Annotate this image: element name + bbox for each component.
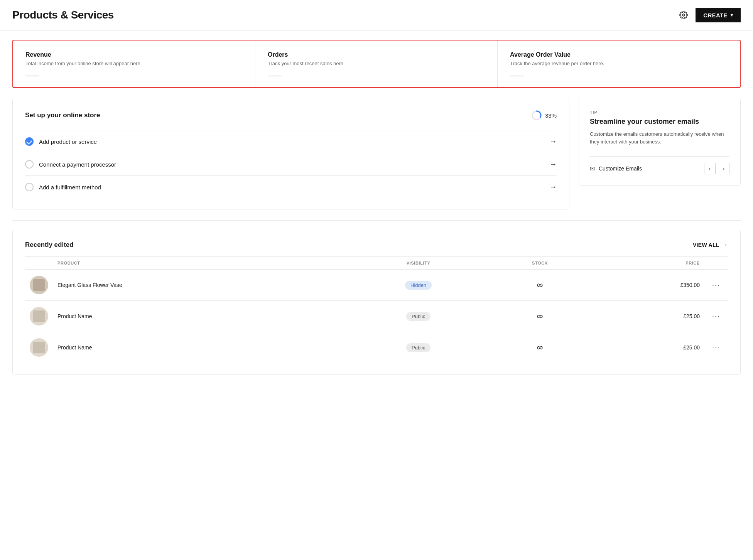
orders-card: Orders Track your most recent sales here…: [255, 40, 498, 87]
main-content: Revenue Total income from your online st…: [0, 30, 753, 384]
product-name-cell: Elegant Glass Flower Vase: [53, 270, 347, 301]
product-stock-cell: ∞: [490, 301, 590, 332]
progress-circle-icon: [531, 110, 542, 121]
page-title: Products & Services: [12, 9, 114, 21]
table-row: Product NamePublic∞£25.00···: [25, 332, 728, 363]
table-row: Elegant Glass Flower VaseHidden∞£350.00·…: [25, 270, 728, 301]
tip-description: Customize the emails customers automatic…: [590, 130, 729, 145]
setup-item-fulfillment[interactable]: Add a fulfillment method →: [25, 175, 557, 198]
aov-title: Average Order Value: [510, 51, 728, 58]
recently-header: Recently edited VIEW ALL →: [25, 241, 728, 249]
revenue-card: Revenue Total income from your online st…: [13, 40, 255, 87]
product-visibility-cell: Hidden: [347, 270, 490, 301]
svg-point-0: [683, 14, 685, 16]
product-visibility-cell: Public: [347, 332, 490, 363]
visibility-badge: Public: [406, 312, 431, 321]
col-thumb: [25, 257, 53, 270]
revenue-desc: Total income from your online store will…: [25, 61, 243, 66]
setup-item-left-fulfillment: Add a fulfillment method: [25, 183, 101, 191]
visibility-badge: Public: [406, 343, 431, 352]
page-header: Products & Services CREATE ▾: [0, 0, 753, 30]
tip-next-button[interactable]: ›: [718, 163, 729, 174]
product-thumbnail: [30, 276, 48, 294]
progress-indicator: 33%: [531, 110, 557, 121]
setup-item-left-payment: Connect a payment processor: [25, 160, 116, 169]
product-actions-cell: ···: [704, 332, 728, 363]
settings-button[interactable]: [676, 8, 691, 22]
revenue-title: Revenue: [25, 51, 243, 58]
setup-card: Set up your online store 33% Add product…: [12, 99, 569, 209]
setup-item-label-fulfillment: Add a fulfillment method: [39, 184, 101, 191]
view-all-arrow-icon: →: [722, 241, 728, 248]
gear-icon: [679, 11, 688, 19]
arrow-right-icon: →: [550, 138, 557, 146]
product-actions-cell: ···: [704, 301, 728, 332]
setup-tip-row: Set up your online store 33% Add product…: [12, 99, 741, 209]
recently-edited-section: Recently edited VIEW ALL → PRODUCT VISIB…: [12, 230, 741, 374]
product-visibility-cell: Public: [347, 301, 490, 332]
aov-line: [510, 76, 524, 76]
setup-title: Set up your online store: [25, 111, 100, 119]
product-price-cell: £25.00: [590, 332, 704, 363]
product-stock-cell: ∞: [490, 270, 590, 301]
customize-emails-link[interactable]: Customize Emails: [599, 165, 642, 172]
orders-title: Orders: [268, 51, 485, 58]
tip-action: ✉ Customize Emails ‹ ›: [590, 156, 729, 174]
product-name-cell: Product Name: [53, 332, 347, 363]
setup-item-add-product[interactable]: Add product or service →: [25, 130, 557, 153]
orders-line: [268, 76, 282, 76]
tip-card: TIP Streamline your customer emails Cust…: [579, 99, 741, 186]
table-row: Product NamePublic∞£25.00···: [25, 301, 728, 332]
col-visibility-header: VISIBILITY: [347, 257, 490, 270]
create-label: CREATE: [703, 12, 727, 19]
progress-percent: 33%: [545, 112, 557, 119]
more-options-button[interactable]: ···: [709, 311, 723, 322]
recently-title: Recently edited: [25, 241, 74, 249]
revenue-line: [25, 76, 39, 76]
check-empty-icon-2: [25, 183, 34, 191]
tip-prev-button[interactable]: ‹: [704, 163, 716, 174]
tip-title: Streamline your customer emails: [590, 118, 729, 126]
tip-action-left: ✉ Customize Emails: [590, 165, 642, 172]
product-thumbnail-cell: [25, 301, 53, 332]
arrow-right-icon-2: →: [550, 160, 557, 169]
product-actions-cell: ···: [704, 270, 728, 301]
setup-item-label-payment: Connect a payment processor: [39, 161, 116, 168]
setup-item-left-add-product: Add product or service: [25, 137, 97, 146]
tip-label: TIP: [590, 110, 729, 115]
product-price-cell: £25.00: [590, 301, 704, 332]
more-options-button[interactable]: ···: [709, 280, 723, 291]
setup-item-payment[interactable]: Connect a payment processor →: [25, 153, 557, 175]
aov-desc: Track the average revenue per order here…: [510, 61, 728, 66]
arrow-right-icon-3: →: [550, 183, 557, 191]
product-price-cell: £350.00: [590, 270, 704, 301]
aov-card: Average Order Value Track the average re…: [498, 40, 740, 87]
setup-header: Set up your online store 33%: [25, 110, 557, 121]
check-empty-icon: [25, 160, 34, 169]
view-all-button[interactable]: VIEW ALL →: [693, 241, 728, 248]
product-thumbnail-cell: [25, 332, 53, 363]
stats-row: Revenue Total income from your online st…: [12, 40, 741, 88]
products-table: PRODUCT VISIBILITY STOCK PRICE: [25, 256, 728, 363]
orders-desc: Track your most recent sales here.: [268, 61, 485, 66]
product-name-cell: Product Name: [53, 301, 347, 332]
product-thumbnail: [30, 307, 48, 326]
col-product-header: PRODUCT: [53, 257, 347, 270]
create-button[interactable]: CREATE ▾: [696, 8, 741, 22]
table-header-row: PRODUCT VISIBILITY STOCK PRICE: [25, 257, 728, 270]
col-price-header: PRICE: [590, 257, 704, 270]
more-options-button[interactable]: ···: [709, 342, 723, 353]
header-actions: CREATE ▾: [676, 8, 741, 22]
check-done-icon: [25, 137, 34, 146]
section-divider: [12, 220, 741, 221]
view-all-label: VIEW ALL: [693, 242, 719, 248]
product-thumbnail: [30, 338, 48, 357]
visibility-badge: Hidden: [405, 281, 432, 290]
chevron-down-icon: ▾: [731, 13, 733, 18]
product-stock-cell: ∞: [490, 332, 590, 363]
mail-icon: ✉: [590, 165, 595, 172]
setup-item-label-add-product: Add product or service: [39, 138, 97, 145]
tip-navigation: ‹ ›: [704, 163, 729, 174]
product-thumbnail-cell: [25, 270, 53, 301]
col-actions-header: [704, 257, 728, 270]
